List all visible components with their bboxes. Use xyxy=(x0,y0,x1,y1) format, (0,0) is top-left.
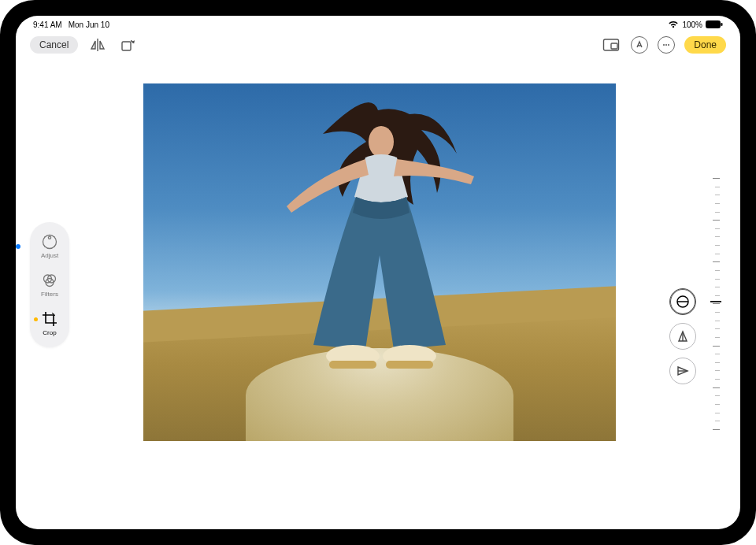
horizontal-perspective-button[interactable] xyxy=(669,358,696,384)
svg-rect-0 xyxy=(706,21,721,28)
device-frame: 9:41 AM Mon Jun 10 100% Cancel xyxy=(0,0,756,545)
tool-adjust[interactable]: Adjust xyxy=(41,233,58,259)
tool-filters[interactable]: Filters xyxy=(41,272,58,298)
markup-icon[interactable] xyxy=(631,36,648,54)
rotation-ruler[interactable] xyxy=(712,178,720,430)
status-date: Mon Jun 10 xyxy=(69,20,109,29)
straighten-button[interactable] xyxy=(669,288,696,315)
svg-rect-4 xyxy=(611,43,617,49)
svg-point-13 xyxy=(369,126,394,158)
svg-rect-17 xyxy=(386,361,433,369)
svg-point-8 xyxy=(43,235,56,249)
edit-mode-tools: Adjust Filters Crop xyxy=(30,222,69,347)
wifi-icon xyxy=(668,20,679,28)
crop-stage[interactable] xyxy=(142,82,617,443)
photo-preview xyxy=(142,82,617,443)
rotation-controls xyxy=(669,178,720,430)
battery-icon xyxy=(706,20,723,28)
rotation-pointer xyxy=(710,301,721,302)
aspect-ratio-icon[interactable] xyxy=(601,35,621,55)
editor-toolbar: Cancel Done xyxy=(16,30,740,60)
more-icon[interactable] xyxy=(658,36,675,54)
flip-horizontal-icon[interactable] xyxy=(87,35,108,55)
tool-filters-label: Filters xyxy=(41,291,58,298)
svg-point-9 xyxy=(48,236,50,239)
rotate-icon[interactable] xyxy=(117,35,138,55)
cancel-button[interactable]: Cancel xyxy=(30,36,78,54)
photo-person xyxy=(277,96,482,380)
svg-rect-16 xyxy=(329,361,376,369)
tool-crop[interactable]: Crop xyxy=(41,310,58,336)
tool-adjust-label: Adjust xyxy=(41,252,58,259)
status-battery-percent: 100% xyxy=(682,20,702,29)
screen: 9:41 AM Mon Jun 10 100% Cancel xyxy=(16,16,740,529)
editor-main: Adjust Filters Crop xyxy=(16,60,740,529)
active-tool-indicator xyxy=(34,317,38,321)
status-bar: 9:41 AM Mon Jun 10 100% xyxy=(16,16,740,30)
svg-rect-1 xyxy=(721,23,723,26)
svg-point-6 xyxy=(665,44,667,46)
status-time: 9:41 AM xyxy=(33,20,62,29)
svg-rect-2 xyxy=(122,42,131,50)
tool-crop-label: Crop xyxy=(43,329,56,336)
done-button[interactable]: Done xyxy=(684,36,726,54)
svg-point-5 xyxy=(663,44,665,46)
vertical-perspective-button[interactable] xyxy=(669,323,696,350)
svg-point-7 xyxy=(668,44,669,46)
